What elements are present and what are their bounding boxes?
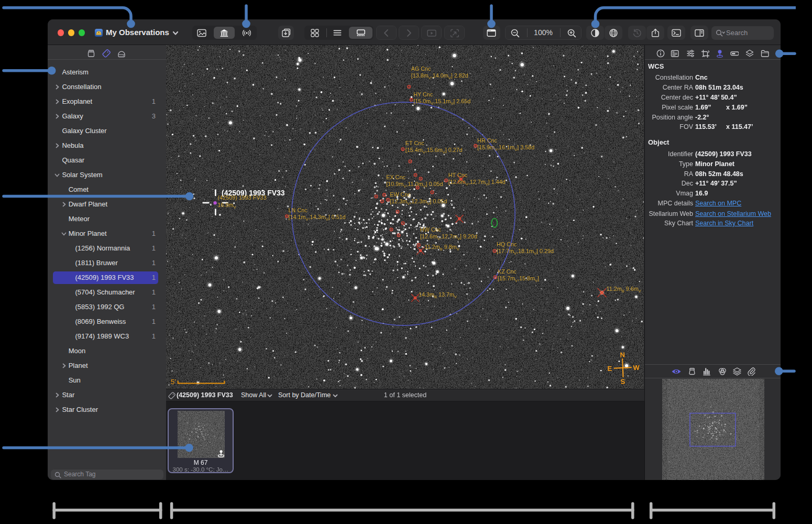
svg-text:E: E bbox=[607, 365, 612, 373]
svg-text:5': 5' bbox=[171, 378, 176, 386]
svg-text:W: W bbox=[633, 364, 640, 372]
svg-text:N: N bbox=[620, 351, 625, 358]
svg-text:S: S bbox=[620, 377, 626, 385]
